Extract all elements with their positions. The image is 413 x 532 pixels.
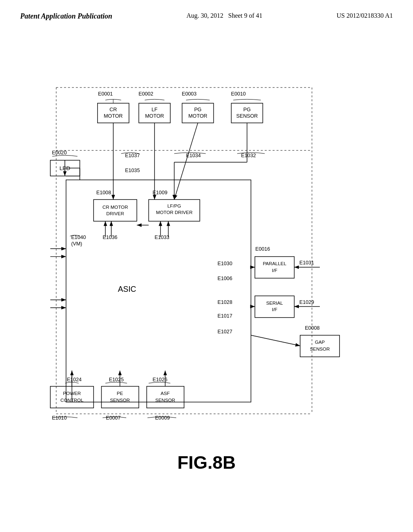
svg-text:ASIC: ASIC bbox=[118, 285, 136, 293]
svg-text:(VM): (VM) bbox=[71, 241, 82, 247]
svg-text:E1017: E1017 bbox=[217, 313, 232, 319]
svg-text:E1032: E1032 bbox=[241, 153, 256, 158]
circuit-diagram: CR MOTOR LF MOTOR PG MOTOR PG SENSOR LED… bbox=[0, 25, 413, 508]
svg-line-80 bbox=[174, 123, 198, 200]
svg-text:E0002: E0002 bbox=[138, 91, 153, 97]
svg-text:CR MOTOR: CR MOTOR bbox=[102, 204, 128, 210]
svg-line-99 bbox=[251, 335, 300, 346]
svg-text:MOTOR  DRIVER: MOTOR DRIVER bbox=[156, 210, 193, 215]
svg-text:E0016: E0016 bbox=[255, 246, 270, 252]
svg-text:PG: PG bbox=[243, 107, 250, 112]
svg-text:E1006: E1006 bbox=[217, 276, 232, 281]
svg-text:E1031: E1031 bbox=[299, 260, 314, 266]
svg-text:FIG.8B: FIG.8B bbox=[177, 452, 236, 473]
svg-text:PG: PG bbox=[194, 107, 201, 112]
svg-text:E1028: E1028 bbox=[217, 299, 232, 305]
svg-text:E1037: E1037 bbox=[125, 153, 140, 158]
svg-text:E1033: E1033 bbox=[154, 235, 169, 240]
svg-text:SENSOR: SENSOR bbox=[310, 346, 330, 351]
svg-text:E0020: E0020 bbox=[52, 150, 67, 156]
svg-text:E0007: E0007 bbox=[106, 415, 121, 421]
svg-text:CR: CR bbox=[110, 107, 117, 112]
svg-text:DRIVER: DRIVER bbox=[106, 211, 124, 216]
svg-text:E0008: E0008 bbox=[305, 325, 320, 331]
diagram-area: CR MOTOR LF MOTOR PG MOTOR PG SENSOR LED… bbox=[0, 25, 413, 508]
publication-number: US 2012/0218330 A1 bbox=[336, 12, 393, 19]
svg-text:E0010: E0010 bbox=[231, 91, 246, 97]
svg-text:E0003: E0003 bbox=[182, 91, 197, 97]
publication-date-sheet: Aug. 30, 2012 Sheet 9 of 41 bbox=[186, 12, 262, 19]
svg-text:PARALLEL: PARALLEL bbox=[263, 261, 287, 266]
svg-text:GAP: GAP bbox=[315, 339, 325, 345]
svg-text:SENSOR: SENSOR bbox=[155, 397, 175, 403]
publication-title: Patent Application Publication bbox=[20, 12, 112, 21]
svg-text:E1008: E1008 bbox=[96, 190, 111, 195]
svg-text:SERIAL: SERIAL bbox=[266, 300, 283, 305]
svg-text:I/F: I/F bbox=[272, 268, 277, 273]
svg-text:MOTOR: MOTOR bbox=[104, 113, 123, 119]
svg-text:LF/PG: LF/PG bbox=[167, 203, 181, 208]
svg-text:E1024: E1024 bbox=[67, 377, 82, 382]
svg-text:E1036: E1036 bbox=[102, 235, 117, 240]
svg-text:E1030: E1030 bbox=[217, 261, 232, 266]
svg-text:MOTOR: MOTOR bbox=[188, 113, 207, 119]
page-header: Patent Application Publication Aug. 30, … bbox=[0, 0, 413, 25]
svg-text:E1027: E1027 bbox=[217, 329, 232, 335]
svg-text:E0009: E0009 bbox=[155, 415, 170, 421]
svg-text:E1029: E1029 bbox=[299, 299, 314, 305]
svg-text:E0001: E0001 bbox=[98, 91, 113, 97]
svg-text:PE: PE bbox=[117, 391, 123, 396]
svg-text:E1010: E1010 bbox=[52, 415, 67, 421]
svg-text:MOTOR: MOTOR bbox=[145, 113, 164, 119]
svg-text:SENSOR: SENSOR bbox=[110, 397, 130, 403]
svg-text:E1025: E1025 bbox=[109, 377, 124, 382]
svg-text:SENSOR: SENSOR bbox=[236, 113, 258, 119]
svg-rect-24 bbox=[94, 200, 137, 221]
svg-text:LF: LF bbox=[152, 107, 158, 112]
svg-text:E1035: E1035 bbox=[125, 168, 140, 173]
svg-text:I/F: I/F bbox=[272, 307, 277, 312]
svg-text:ASF: ASF bbox=[161, 391, 170, 396]
